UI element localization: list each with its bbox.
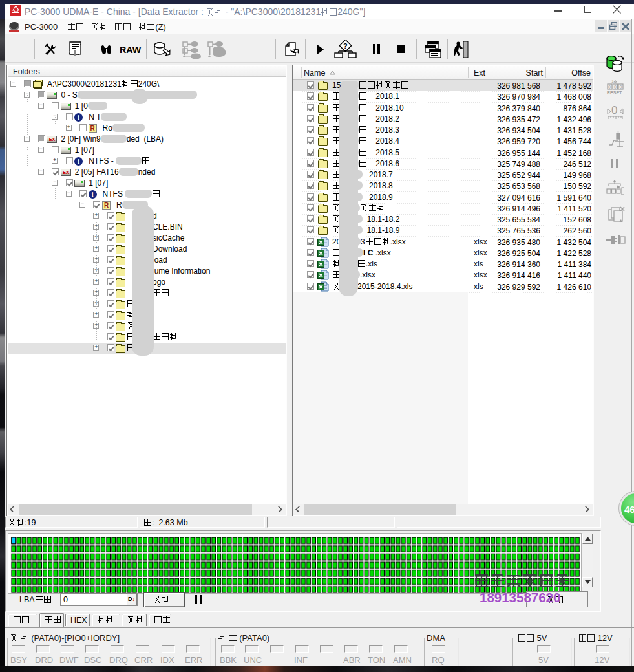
svg-text:0: 0 (614, 85, 617, 89)
svg-text:1: 1 (611, 79, 614, 83)
svg-text:0: 0 (608, 85, 611, 89)
svg-text:RESET: RESET (607, 91, 622, 95)
svg-text:0: 0 (620, 85, 622, 89)
svg-text:?: ? (343, 42, 348, 50)
svg-text:0: 0 (611, 104, 617, 116)
